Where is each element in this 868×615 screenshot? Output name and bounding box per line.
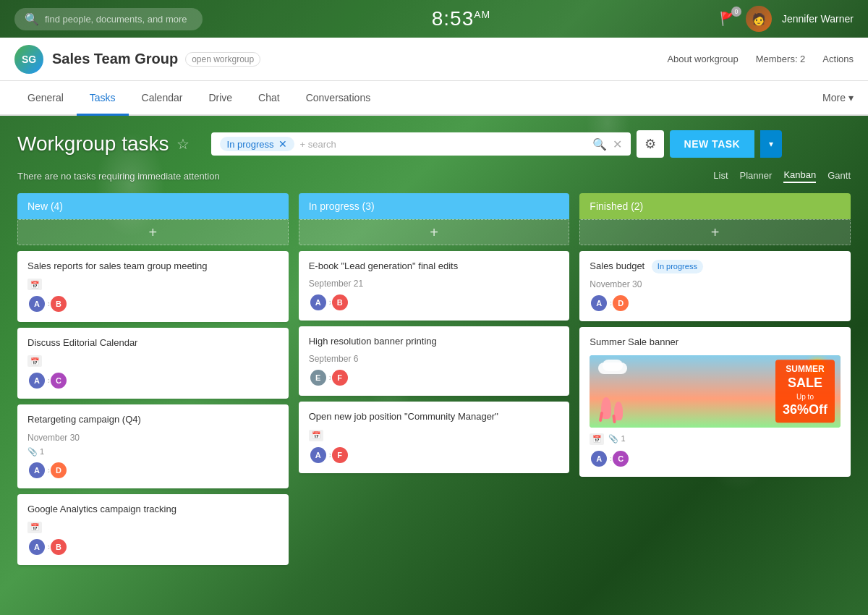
card-title: Open new job position "Community Manager… [309, 410, 560, 423]
avatar: B [49, 538, 68, 556]
favorite-star-icon[interactable]: ☆ [176, 135, 190, 153]
kanban-board: New (4) + Sales reports for sales team g… [17, 193, 851, 615]
clock: 8:53AM [203, 7, 720, 30]
column-header-finished: Finished (2) [579, 193, 851, 219]
kanban-column-new: New (4) + Sales reports for sales team g… [17, 193, 289, 615]
calendar-icon: 📅 [27, 355, 42, 367]
column-inprogress-label: In progress (3) [309, 200, 375, 212]
content-area: Workgroup tasks ☆ In progress ✕ + search… [0, 116, 868, 615]
table-row[interactable]: Sales budget In progress November 30 A ›… [579, 251, 851, 321]
tab-tasks[interactable]: Tasks [77, 81, 129, 116]
avatar: F [331, 446, 349, 465]
card-title: Google Analytics campaign tracking [27, 503, 278, 516]
card-date: November 30 [27, 433, 278, 443]
about-workgroup-button[interactable]: About workgroup [667, 54, 738, 64]
card-image: SUMMER SALE Up to 36%Off [590, 355, 841, 428]
attachment-count: 📎 1 [608, 434, 625, 444]
members-button[interactable]: Members: 2 [756, 54, 806, 64]
calendar-icon: 📅 [27, 522, 42, 533]
tab-chat[interactable]: Chat [245, 81, 293, 116]
search-input[interactable] [45, 14, 190, 25]
column-finished-label: Finished (2) [590, 200, 643, 212]
avatar: A [27, 538, 46, 556]
view-options: List Planner Kanban Gantt [713, 169, 851, 183]
view-gantt-button[interactable]: Gantt [827, 170, 851, 182]
calendar-icon: 📅 [309, 430, 323, 441]
view-kanban-button[interactable]: Kanban [783, 169, 816, 183]
more-tabs-button[interactable]: More ▾ [822, 92, 854, 103]
card-avatars: A › B [27, 538, 278, 556]
avatar: A [27, 371, 46, 390]
table-row[interactable]: Discuss Editorial Calendar 📅 A › C [17, 328, 289, 399]
settings-button[interactable]: ⚙ [637, 130, 664, 158]
card-meta: 📅 [27, 279, 278, 290]
card-title: Sales reports for sales team group meeti… [27, 260, 278, 273]
table-row[interactable]: Retargeting campaign (Q4) November 30 📎 … [17, 404, 289, 488]
table-row[interactable]: Summer Sale banner [579, 327, 851, 476]
new-task-dropdown-button[interactable]: ▾ [760, 130, 782, 158]
add-card-new-button[interactable]: + [17, 219, 289, 245]
avatar: A [27, 294, 46, 313]
card-title: Sales budget In progress [590, 260, 841, 273]
card-meta: 📅 [27, 355, 278, 367]
header-bar: SG Sales Team Group open workgroup About… [0, 38, 868, 81]
topbar: 🔍 8:53AM 🚩0 🧑 Jennifer Warner [0, 0, 868, 38]
avatar: B [49, 294, 68, 313]
summer-sale-text: SUMMER SALE Up to 36%Off [775, 360, 835, 423]
tab-general[interactable]: General [14, 81, 77, 116]
card-date: September 6 [309, 354, 560, 364]
avatar: E [309, 368, 328, 387]
avatar: D [611, 294, 630, 313]
view-list-button[interactable]: List [713, 170, 728, 182]
avatar: C [49, 371, 68, 390]
status-badge: In progress [652, 260, 703, 273]
table-row[interactable]: Sales reports for sales team group meeti… [17, 251, 289, 322]
calendar-icon: 📅 [27, 279, 42, 290]
attention-bar: There are no tasks requiring immediate a… [17, 169, 851, 183]
flag-notification[interactable]: 🚩0 [720, 11, 736, 27]
card-meta: 📅 📎 1 [590, 433, 841, 445]
avatar: A [309, 446, 328, 465]
card-meta: 📅 [309, 430, 560, 441]
filter-tag-inprogress[interactable]: In progress ✕ [220, 137, 294, 151]
add-card-finished-button[interactable]: + [579, 219, 851, 245]
filter-add-button[interactable]: + search [300, 139, 336, 150]
user-name-button[interactable]: Jennifer Warner [782, 13, 854, 25]
table-row[interactable]: Open new job position "Community Manager… [299, 402, 570, 472]
card-title: Discuss Editorial Calendar [27, 336, 278, 349]
nav-tabs: General Tasks Calendar Drive Chat Conver… [0, 81, 868, 116]
avatar: B [331, 293, 349, 312]
card-title: Summer Sale banner [590, 336, 841, 349]
attachment-count: 📎 1 [27, 447, 44, 457]
filter-clear-icon[interactable]: ✕ [613, 137, 622, 151]
new-task-button[interactable]: NEW TASK [670, 130, 755, 158]
card-avatars: E › F [309, 368, 560, 387]
card-avatars: A › C [27, 371, 278, 390]
avatar: 🧑 [746, 6, 772, 32]
header-actions: About workgroup Members: 2 Actions [667, 54, 854, 64]
table-row[interactable]: E-book "Lead generation" final edits Sep… [299, 251, 570, 321]
tab-conversations[interactable]: Conversations [293, 81, 384, 116]
add-card-inprogress-button[interactable]: + [299, 219, 570, 245]
card-avatars: A › D [590, 294, 841, 313]
column-new-label: New (4) [27, 200, 63, 212]
card-avatars: A › C [590, 449, 841, 468]
actions-button[interactable]: Actions [822, 54, 854, 64]
tab-drive[interactable]: Drive [195, 81, 245, 116]
filter-area: In progress ✕ + search 🔍 ✕ ⚙ NEW TASK ▾ [211, 130, 851, 158]
table-row[interactable]: Google Analytics campaign tracking 📅 A ›… [17, 494, 289, 565]
column-finished-cards: Sales budget In progress November 30 A ›… [579, 248, 851, 615]
search-box[interactable]: 🔍 [14, 8, 203, 30]
filter-bar: In progress ✕ + search 🔍 ✕ [211, 132, 631, 156]
column-inprogress-cards: E-book "Lead generation" final edits Sep… [299, 248, 570, 615]
tab-calendar[interactable]: Calendar [129, 81, 196, 116]
view-planner-button[interactable]: Planner [740, 170, 773, 182]
avatar: D [49, 461, 68, 480]
chevron-down-icon: ▾ [769, 139, 773, 149]
remove-filter-icon[interactable]: ✕ [278, 138, 287, 150]
page-title: Workgroup tasks [17, 132, 169, 156]
avatar: A [309, 293, 328, 312]
workgroup-badge: open workgroup [185, 52, 260, 67]
avatar: C [611, 449, 630, 468]
table-row[interactable]: High resolution banner printing Septembe… [299, 326, 570, 396]
